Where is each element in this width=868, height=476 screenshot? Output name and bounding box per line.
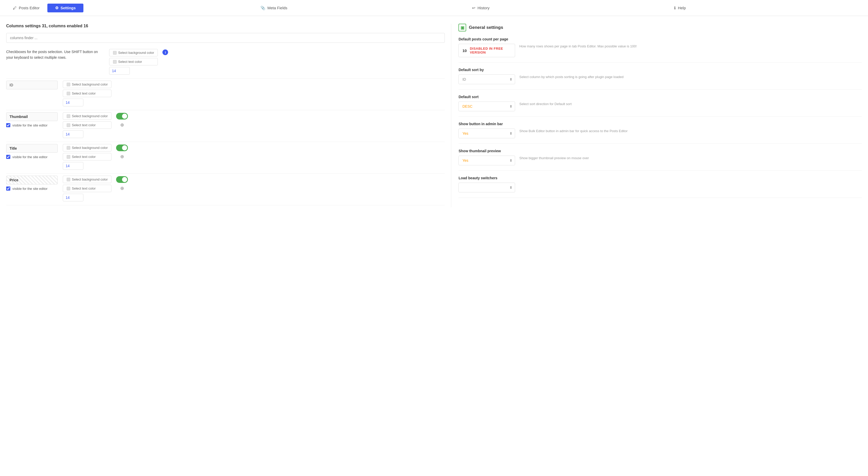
checkboxes-font-size-input[interactable]: [109, 67, 130, 75]
price-text-color-swatch: [67, 187, 70, 190]
thumbnail-bg-color-swatch: [67, 114, 70, 118]
setting-default-sort: Default sort DESC ⬍ Select sort directio…: [459, 95, 862, 117]
beauty-switchers-select-wrap: ⬍: [459, 183, 515, 192]
nav-settings[interactable]: ⚙ Settings: [48, 4, 84, 12]
posts-count-desc: How many rows shows per page in tab Post…: [519, 44, 862, 49]
price-toggle[interactable]: [116, 176, 128, 183]
thumbnail-text-color-swatch: [67, 123, 70, 127]
price-font-size-input[interactable]: [63, 194, 84, 202]
price-column-name: Price: [6, 176, 58, 184]
column-row-checkboxes: Checkboxes for the posts selection. Use …: [6, 49, 445, 79]
price-toggle-slider: [116, 176, 128, 183]
thumbnail-text-color-button[interactable]: Select text color: [63, 121, 112, 129]
general-settings-icon: ▣: [459, 24, 466, 31]
nav-history[interactable]: ↩ History: [464, 4, 497, 12]
thumbnail-col-left: Thumbnail visible for the site editor: [6, 112, 58, 129]
checkboxes-text-color-button[interactable]: Select text color: [109, 58, 158, 65]
checkboxes-text-color-swatch: [113, 60, 117, 64]
right-panel: ▣ General settings Default posts count p…: [451, 24, 862, 207]
columns-finder-input[interactable]: [6, 33, 445, 43]
general-settings-header: ▣ General settings: [459, 24, 862, 31]
id-text-color-button[interactable]: Select text color: [63, 90, 112, 97]
setting-beauty-switchers: Load beauty switchers ⬍: [459, 176, 862, 198]
setting-thumbnail-preview: Show thumbnail preview Yes ⬍ Show bigger…: [459, 149, 862, 171]
col-controls-checkboxes: Checkboxes for the posts selection. Use …: [6, 49, 445, 75]
nav-help[interactable]: ℹ Help: [666, 4, 693, 12]
title-visible-label[interactable]: visible for the site editor: [6, 155, 58, 159]
thumbnail-preview-select-wrap: Yes ⬍: [459, 155, 515, 166]
id-color-stack: Select background color Select text colo…: [63, 81, 112, 107]
column-row-price: Price visible for the site editor Select…: [6, 176, 445, 205]
setting-control-posts-count: 10 DISABLED IN FREE VERSION How many row…: [459, 44, 862, 57]
thumbnail-font-size-input[interactable]: [63, 130, 84, 138]
setting-show-admin-button: Show button in admin bar Yes ⬍ Show Bulk…: [459, 122, 862, 144]
price-bg-color-swatch: [67, 178, 70, 181]
thumbnail-visible-label[interactable]: visible for the site editor: [6, 123, 58, 127]
checkboxes-color-stack: Select background color Select text colo…: [109, 49, 158, 75]
thumbnail-preview-select[interactable]: Yes: [459, 155, 515, 166]
checkboxes-info-icon[interactable]: i: [162, 50, 168, 55]
price-color-stack: Select background color Select text colo…: [63, 176, 112, 202]
checkboxes-bg-color-button[interactable]: Select background color: [109, 49, 158, 56]
admin-button-desc: Show Bulk Editor button in admin bar for…: [519, 128, 862, 134]
title-column-name: Title: [6, 144, 58, 153]
settings-gear-icon: ⚙: [55, 6, 58, 10]
title-visible-wrap: visible for the site editor: [6, 155, 58, 159]
price-col-left: Price visible for the site editor: [6, 176, 58, 192]
price-visible-wrap: visible for the site editor: [6, 186, 58, 190]
admin-button-select-wrap: Yes ⬍: [459, 128, 515, 138]
nav-posts-editor[interactable]: 🖊 Posts Editor: [5, 4, 48, 12]
setting-control-sort-by: ID ⬍ Select column by which posts sortin…: [459, 75, 862, 84]
setting-posts-count: Default posts count per page 10 DISABLED…: [459, 37, 862, 63]
title-bg-color-button[interactable]: Select background color: [63, 144, 112, 151]
sort-select[interactable]: DESC: [459, 101, 515, 111]
title-text-color-swatch: [67, 155, 70, 159]
thumbnail-toggle[interactable]: [116, 113, 128, 120]
id-text-color-swatch: [67, 92, 70, 95]
sort-select-wrap: DESC ⬍: [459, 101, 515, 111]
thumbnail-visible-checkbox[interactable]: [6, 123, 10, 127]
title-drag-handle[interactable]: ⊕: [120, 154, 124, 159]
meta-fields-icon: 📎: [260, 6, 266, 10]
price-visible-label[interactable]: visible for the site editor: [6, 186, 58, 190]
help-icon: ℹ: [674, 6, 676, 10]
title-visible-checkbox[interactable]: [6, 155, 10, 159]
admin-button-select[interactable]: Yes: [459, 128, 515, 138]
thumbnail-color-stack: Select background color Select text colo…: [63, 112, 112, 138]
setting-control-sort: DESC ⬍ Select sort direction for Default…: [459, 101, 862, 111]
price-visible-checkbox[interactable]: [6, 186, 10, 190]
history-icon: ↩: [472, 6, 475, 10]
id-bg-color-swatch: [67, 83, 70, 86]
thumbnail-toggle-slider: [116, 113, 128, 120]
title-font-size-input[interactable]: [63, 162, 84, 170]
nav-meta-fields[interactable]: 📎 Meta Fields: [253, 4, 295, 12]
title-col-left: Title visible for the site editor: [6, 144, 58, 160]
setting-control-admin-button: Yes ⬍ Show Bulk Editor button in admin b…: [459, 128, 862, 138]
title-toggle-drag-wrap: ⊕: [116, 144, 128, 159]
title-toggle-slider: [116, 145, 128, 151]
id-bg-color-button[interactable]: Select background color: [63, 81, 112, 88]
thumbnail-bg-color-button[interactable]: Select background color: [63, 112, 112, 120]
checkboxes-bg-color-swatch: [113, 51, 117, 55]
main-content: Columns settings 31, columns enabled 16 …: [0, 16, 868, 215]
thumbnail-column-name: Thumbnail: [6, 112, 58, 121]
col-controls-id: ID Select background color Select text c…: [6, 81, 445, 107]
title-toggle[interactable]: [116, 145, 128, 151]
disabled-text-badge: DISABLED IN FREE VERSION: [470, 47, 511, 54]
checkboxes-info-wrap: i: [162, 49, 168, 55]
column-row-id: ID Select background color Select text c…: [6, 81, 445, 110]
price-toggle-drag-wrap: ⊕: [116, 176, 128, 191]
beauty-switchers-select[interactable]: [459, 183, 515, 192]
title-bg-color-swatch: [67, 146, 70, 150]
col-controls-price: Price visible for the site editor Select…: [6, 176, 445, 202]
thumbnail-preview-desc: Show bigger thumbnail preview on mouse o…: [519, 155, 862, 161]
title-text-color-button[interactable]: Select text color: [63, 153, 112, 160]
price-drag-handle[interactable]: ⊕: [120, 185, 124, 191]
id-font-size-input[interactable]: [63, 99, 84, 107]
column-row-thumbnail: Thumbnail visible for the site editor Se…: [6, 112, 445, 142]
sort-by-select[interactable]: ID: [459, 75, 515, 84]
setting-default-sort-by: Default sort by ID ⬍ Select column by wh…: [459, 68, 862, 90]
thumbnail-drag-handle[interactable]: ⊕: [120, 122, 124, 128]
price-text-color-button[interactable]: Select text color: [63, 185, 112, 192]
price-bg-color-button[interactable]: Select background color: [63, 176, 112, 183]
